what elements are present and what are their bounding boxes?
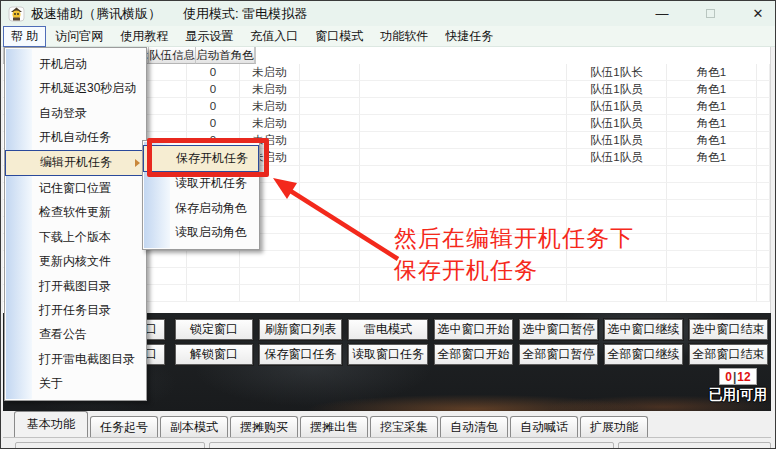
help-menu-item[interactable]: 更新内核文件 <box>5 249 146 273</box>
cell-task <box>300 234 360 251</box>
cell-role: 角色1 <box>667 64 757 81</box>
control-button[interactable]: 选中窗口开始 <box>434 319 513 340</box>
counter-used: 0 <box>725 370 732 384</box>
cell-uid <box>187 268 240 285</box>
control-button[interactable]: 全部窗口结束 <box>689 344 768 365</box>
cell-status: 未启动 <box>240 98 300 115</box>
counter-divider: | <box>733 370 736 384</box>
help-menu-item[interactable]: 打开任务目录 <box>5 298 146 322</box>
tab[interactable]: 副本模式 <box>160 416 228 437</box>
submenu-item[interactable]: 读取启动角色 <box>143 221 259 246</box>
cell-task <box>300 251 360 268</box>
menubar-item[interactable]: 显示设置 <box>177 26 241 47</box>
cell-role: 角色1 <box>667 115 757 132</box>
help-menu-item[interactable]: 关于 <box>5 371 146 395</box>
cell-task <box>300 166 360 183</box>
cell-uid <box>187 251 240 268</box>
button-row-2: 解锁窗口保存窗口任务读取窗口任务全部窗口开始全部窗口暂停全部窗口继续全部窗口结束 <box>175 344 768 365</box>
control-button[interactable]: 全部窗口继续 <box>604 344 683 365</box>
cell-task <box>300 115 360 132</box>
menubar-item[interactable]: 快捷任务 <box>437 26 501 47</box>
close-button[interactable]: ✕ <box>749 5 767 23</box>
control-button[interactable]: 全部窗口暂停 <box>519 344 598 365</box>
cell-role: 角色1 <box>667 149 757 166</box>
help-menu-item[interactable]: 打开雷电截图目录 <box>5 347 146 371</box>
cell-extra <box>757 132 770 149</box>
menubar-item[interactable]: 帮 助 <box>3 26 46 47</box>
group-box <box>15 442 205 449</box>
cell-task <box>300 183 360 200</box>
cell-uid: 0 <box>187 81 240 98</box>
table-header-cell[interactable] <box>255 47 256 64</box>
control-button[interactable]: 选中窗口继续 <box>604 319 683 340</box>
table-header-cell[interactable]: 队伍信息 <box>149 47 196 64</box>
cell-task <box>300 217 360 234</box>
tab[interactable]: 扩展功能 <box>580 416 648 437</box>
annotation-text-line2: 保存开机任务 <box>394 255 538 286</box>
tab[interactable]: 基本功能 <box>14 411 88 437</box>
help-menu-item[interactable]: 自动登录 <box>5 101 146 125</box>
cell-task <box>300 149 360 166</box>
tab[interactable]: 自动喊话 <box>510 416 578 437</box>
control-button[interactable]: 刷新窗口列表 <box>259 319 342 340</box>
cell-progress <box>360 64 567 81</box>
menubar-item[interactable]: 窗口模式 <box>307 26 371 47</box>
cell-extra <box>757 64 770 81</box>
cell-progress <box>360 285 567 302</box>
cell-task <box>300 285 360 302</box>
cell-status <box>240 251 300 268</box>
control-button[interactable]: 读取窗口任务 <box>348 344 428 365</box>
tab[interactable]: 摆摊出售 <box>300 416 368 437</box>
cell-team: 队伍1队员 <box>567 81 667 98</box>
cell-role: 角色1 <box>667 98 757 115</box>
group-box <box>618 442 771 449</box>
cell-team: 队伍1队员 <box>567 115 667 132</box>
help-menu-item[interactable]: 下载上个版本 <box>5 225 146 249</box>
cell-role <box>667 183 757 200</box>
menubar-item[interactable]: 访问官网 <box>47 26 111 47</box>
tab[interactable]: 挖宝采集 <box>370 416 438 437</box>
cell-progress <box>360 200 567 217</box>
help-menu-item[interactable]: 检查软件更新 <box>5 201 146 225</box>
control-button[interactable]: 雷电模式 <box>348 319 428 340</box>
help-dropdown-menu: 开机启动开机延迟30秒启动自动登录开机自动任务编辑开机任务记住窗口位置检查软件更… <box>4 47 147 401</box>
counter-label: 已用|可用 <box>703 386 773 404</box>
help-menu-item[interactable]: 开机启动 <box>5 52 146 76</box>
help-menu-item[interactable]: 开机延迟30秒启动 <box>5 76 146 100</box>
control-button[interactable]: 全部窗口开始 <box>434 344 513 365</box>
submenu-item[interactable]: 保存启动角色 <box>143 196 259 221</box>
control-button[interactable]: 选中窗口结束 <box>689 319 768 340</box>
cell-progress <box>360 115 567 132</box>
cell-progress <box>360 183 567 200</box>
control-button[interactable]: 解锁窗口 <box>175 344 253 365</box>
menubar-item[interactable]: 充值入口 <box>242 26 306 47</box>
cell-progress <box>360 166 567 183</box>
bottom-panel: 基本功能任务起号副本模式摆摊购买摆摊出售挖宝采集自动清包自动喊话扩展功能 <box>3 411 771 448</box>
help-menu-item[interactable]: 查看公告 <box>5 323 146 347</box>
tab[interactable]: 自动清包 <box>440 416 508 437</box>
license-counter: 0 | 12 <box>719 368 757 385</box>
help-menu-item[interactable]: 编辑开机任务 <box>5 150 146 176</box>
help-menu-item[interactable]: 开机自动任务 <box>5 125 146 149</box>
control-button[interactable]: 选中窗口暂停 <box>519 319 598 340</box>
cell-status: 未启动 <box>240 81 300 98</box>
title-bar: 极速辅助（腾讯横版） 使用模式: 雷电模拟器 — ✕ <box>1 1 775 26</box>
tab[interactable]: 摆摊购买 <box>230 416 298 437</box>
annotation-highlight-box <box>147 138 269 177</box>
control-button[interactable]: 锁定窗口 <box>175 319 253 340</box>
minimize-button[interactable]: — <box>653 5 671 23</box>
control-button[interactable]: 保存窗口任务 <box>259 344 342 365</box>
cell-extra <box>757 98 770 115</box>
help-menu-item[interactable]: 记住窗口位置 <box>5 176 146 200</box>
window-title: 极速辅助（腾讯横版） <box>31 5 161 23</box>
menubar-item[interactable]: 使用教程 <box>112 26 176 47</box>
help-menu-item[interactable]: 打开截图目录 <box>5 274 146 298</box>
tab[interactable]: 任务起号 <box>90 416 158 437</box>
cell-uid: 0 <box>187 64 240 81</box>
cell-task <box>300 132 360 149</box>
cell-team <box>567 200 667 217</box>
menubar-item[interactable]: 功能软件 <box>372 26 436 47</box>
maximize-button[interactable] <box>701 5 719 23</box>
annotation-text-line1: 然后在编辑开机任务下 <box>394 223 634 254</box>
table-header-cell[interactable]: 启动首角色 <box>196 47 255 64</box>
